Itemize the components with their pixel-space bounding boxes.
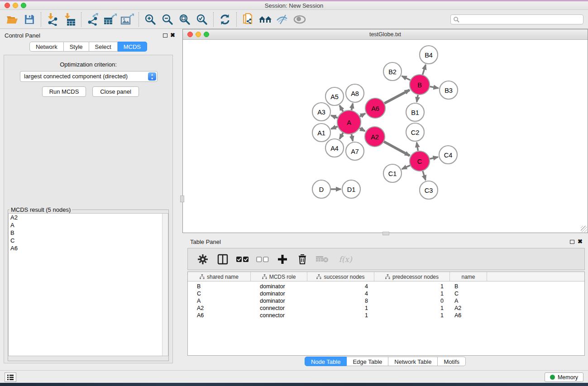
- table-row[interactable]: Bdominator41B: [188, 283, 584, 290]
- edge-A-A6[interactable]: [360, 114, 365, 116]
- table-row[interactable]: Adominator80A: [188, 297, 584, 305]
- node-label-A1: A1: [317, 129, 325, 137]
- vertical-splitter-handle[interactable]: [180, 195, 184, 202]
- edge-B-B3[interactable]: [430, 86, 439, 88]
- save-session-icon[interactable]: [21, 11, 38, 28]
- mcds-result-item[interactable]: A6: [9, 244, 168, 252]
- add-column-icon[interactable]: [276, 253, 289, 266]
- column-header-predecessor-nodes[interactable]: predecessor nodes: [374, 272, 450, 281]
- zoom-fit-icon[interactable]: [176, 11, 193, 28]
- mcds-result-list[interactable]: A2ABCA6: [8, 213, 168, 356]
- edge-A-A1[interactable]: [331, 127, 338, 129]
- edge-A6-B[interactable]: [384, 90, 410, 104]
- close-panel-icon[interactable]: ✖: [170, 32, 175, 38]
- control-panel-tabs: NetworkStyleSelectMCDS: [0, 42, 177, 52]
- criterion-value: largest connected component (directed): [24, 73, 128, 80]
- table-row[interactable]: A6connector11A6: [188, 312, 584, 319]
- zoom-out-icon[interactable]: [159, 11, 176, 28]
- zoom-in-icon[interactable]: [142, 11, 159, 28]
- tab-mcds[interactable]: MCDS: [118, 42, 147, 52]
- edge-A-A7[interactable]: [351, 134, 353, 141]
- mcds-result-item[interactable]: A2: [9, 214, 168, 221]
- column-type-icon: [316, 274, 321, 279]
- column-header-successor-nodes[interactable]: successor nodes: [307, 272, 374, 281]
- float-panel-icon[interactable]: [163, 33, 167, 38]
- delete-column-icon[interactable]: [296, 253, 309, 266]
- node-table[interactable]: shared nameMCDS rolesuccessor nodesprede…: [187, 272, 585, 356]
- window-resize-grip[interactable]: [581, 226, 587, 232]
- edge-C-C3[interactable]: [423, 171, 425, 180]
- delete-table-icon[interactable]: [316, 253, 329, 266]
- columns-icon[interactable]: [216, 253, 229, 266]
- maximize-window-button[interactable]: [21, 3, 26, 8]
- tab-motifs[interactable]: Motifs: [438, 357, 466, 366]
- edge-B-B4[interactable]: [423, 65, 426, 75]
- cell-shared-name: A6: [188, 312, 251, 319]
- select-all-icon[interactable]: [236, 253, 249, 266]
- mcds-result-item[interactable]: A: [9, 221, 168, 229]
- memory-button[interactable]: Memory: [545, 372, 583, 382]
- node-label-A8: A8: [351, 90, 359, 97]
- edge-C-C4[interactable]: [430, 157, 438, 159]
- close-window-button[interactable]: [5, 3, 10, 8]
- horizontal-splitter-handle[interactable]: [382, 232, 389, 235]
- first-neighbors-icon[interactable]: [257, 11, 274, 28]
- close-table-panel-icon[interactable]: ✖: [578, 238, 583, 245]
- scrollbar[interactable]: [162, 214, 168, 356]
- show-all-icon[interactable]: [291, 11, 308, 28]
- tab-edge-table[interactable]: Edge Table: [347, 357, 388, 366]
- function-builder-icon[interactable]: f(x): [339, 255, 352, 264]
- tab-style[interactable]: Style: [64, 42, 89, 52]
- float-table-panel-icon[interactable]: [570, 240, 574, 244]
- edge-B-B1[interactable]: [417, 95, 418, 102]
- close-panel-button[interactable]: Close panel: [92, 86, 139, 97]
- table-row[interactable]: Cdominator41C: [188, 290, 584, 297]
- network-view-window: testGlobe.txt B4B2BB3A8A5A6A3B1AA1C2A2A4…: [182, 29, 588, 233]
- edge-C-C1[interactable]: [402, 165, 410, 169]
- open-file-icon[interactable]: [4, 11, 21, 28]
- zoom-selected-icon[interactable]: [193, 11, 210, 28]
- main-toolbar: [0, 10, 588, 29]
- refresh-icon[interactable]: [216, 11, 234, 28]
- hide-selected-icon[interactable]: [274, 11, 291, 28]
- search-input[interactable]: [459, 15, 583, 24]
- mcds-result-item[interactable]: B: [9, 229, 168, 237]
- tab-network[interactable]: Network: [29, 42, 64, 52]
- export-network-icon[interactable]: [84, 11, 101, 28]
- column-header-name[interactable]: name: [450, 272, 487, 281]
- edge-A-A2[interactable]: [360, 128, 365, 131]
- export-image-icon[interactable]: [119, 11, 136, 28]
- minimize-window-button[interactable]: [13, 3, 18, 8]
- import-network-icon[interactable]: [44, 11, 61, 28]
- edge-A2-C[interactable]: [384, 142, 410, 156]
- network-maximize-button[interactable]: [204, 32, 209, 37]
- node-label-D1: D1: [347, 186, 356, 193]
- tab-node-table[interactable]: Node Table: [305, 357, 347, 366]
- criterion-dropdown[interactable]: largest connected component (directed) ▲…: [20, 71, 158, 82]
- settings-icon[interactable]: [196, 253, 210, 266]
- cell-predecessor-nodes: 1: [374, 290, 450, 297]
- edge-A-A5[interactable]: [339, 105, 343, 111]
- export-table-icon[interactable]: [101, 11, 119, 28]
- edge-A-A3[interactable]: [331, 115, 338, 118]
- run-mcds-button[interactable]: Run MCDS: [42, 86, 86, 97]
- table-tabs: Node TableEdge TableNetwork TableMotifs: [182, 357, 588, 366]
- import-table-icon[interactable]: [61, 11, 78, 28]
- network-graph-canvas[interactable]: B4B2BB3A8A5A6A3B1AA1C2A2A4A7C4CC1C3DD1: [183, 40, 588, 233]
- cell-shared-name: A2: [188, 305, 251, 312]
- edge-B-B2[interactable]: [402, 76, 411, 80]
- edge-A-A8[interactable]: [351, 104, 353, 110]
- tab-network-table[interactable]: Network Table: [388, 357, 438, 366]
- edge-A-A4[interactable]: [339, 133, 343, 139]
- deselect-all-icon[interactable]: [256, 253, 269, 266]
- column-header-shared-name[interactable]: shared name: [188, 272, 251, 281]
- column-header-MCDS-role[interactable]: MCDS role: [251, 272, 307, 281]
- network-minimize-button[interactable]: [196, 32, 201, 37]
- tab-select[interactable]: Select: [89, 42, 118, 52]
- task-history-button[interactable]: [5, 372, 16, 382]
- network-from-selection-icon[interactable]: [239, 11, 257, 28]
- mcds-result-item[interactable]: C: [9, 237, 168, 244]
- table-row[interactable]: A2connector11A2: [188, 305, 584, 312]
- edge-C-C2[interactable]: [417, 143, 418, 151]
- network-close-button[interactable]: [187, 32, 193, 37]
